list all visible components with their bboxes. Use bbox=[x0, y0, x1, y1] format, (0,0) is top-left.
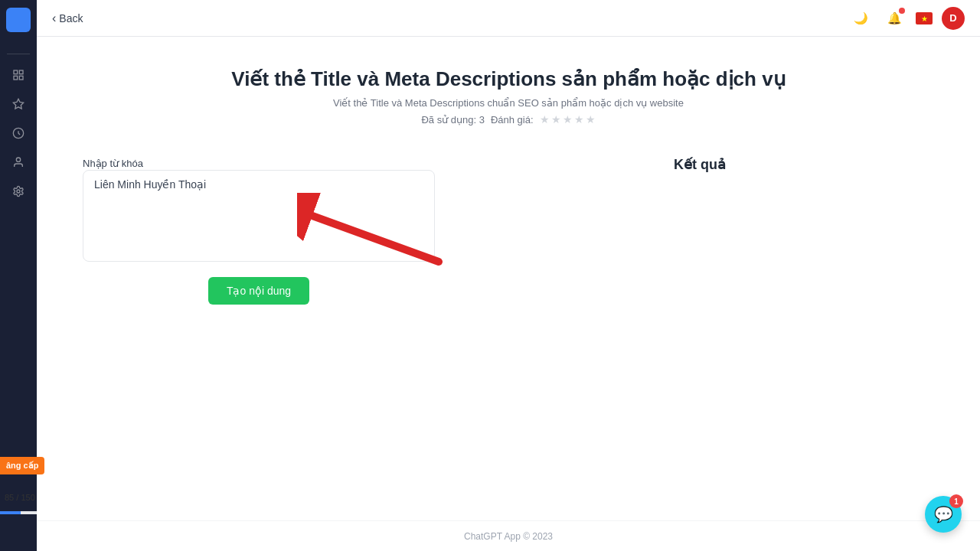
textarea-wrapper bbox=[83, 170, 435, 265]
sidebar-item-5[interactable] bbox=[6, 179, 31, 204]
chat-notification-badge: 1 bbox=[949, 494, 963, 508]
usage-text: Đã sử dụng: 3 bbox=[421, 114, 485, 126]
main-content: Viết thẻ Title và Meta Descriptions sản … bbox=[37, 0, 980, 551]
chat-icon bbox=[934, 505, 953, 523]
footer-text: ChatGPT App © 2023 bbox=[464, 531, 553, 542]
svg-point-5 bbox=[16, 158, 20, 161]
usage-counter: 85 / 150 bbox=[0, 490, 40, 505]
svg-rect-2 bbox=[14, 76, 18, 80]
notification-button[interactable] bbox=[882, 6, 906, 31]
star-1[interactable]: ★ bbox=[540, 113, 550, 126]
sidebar-item-4[interactable] bbox=[6, 150, 31, 174]
progress-bar-container bbox=[0, 511, 37, 514]
user-avatar[interactable]: D bbox=[942, 7, 965, 30]
form-result-area: Nhập từ khóa Tạo nội dung bbox=[83, 156, 934, 305]
form-area: Nhập từ khóa Tạo nội dung bbox=[83, 156, 435, 305]
page-meta: Đã sử dụng: 3 Đánh giá: ★ ★ ★ ★ ★ bbox=[83, 113, 934, 126]
footer: ChatGPT App © 2023 bbox=[37, 520, 980, 551]
top-nav: ‹ Back D bbox=[37, 0, 980, 37]
rating-label: Đánh giá: bbox=[491, 114, 534, 126]
star-5[interactable]: ★ bbox=[586, 113, 596, 126]
svg-rect-3 bbox=[19, 76, 23, 80]
star-2[interactable]: ★ bbox=[551, 113, 561, 126]
chat-bubble-button[interactable]: 1 bbox=[925, 496, 962, 533]
sidebar-item-1[interactable] bbox=[6, 63, 31, 87]
sidebar-item-3[interactable] bbox=[6, 121, 31, 145]
sidebar-item-2[interactable] bbox=[6, 92, 31, 116]
back-button[interactable]: ‹ Back bbox=[52, 11, 83, 25]
star-3[interactable]: ★ bbox=[563, 113, 573, 126]
back-arrow-icon: ‹ bbox=[52, 11, 56, 25]
keyword-label: Nhập từ khóa bbox=[83, 158, 143, 169]
upgrade-badge[interactable]: âng cấp bbox=[0, 457, 44, 474]
result-title: Kết quả bbox=[466, 156, 934, 173]
moon-icon bbox=[854, 11, 868, 25]
svg-rect-1 bbox=[19, 70, 23, 74]
result-area: Kết quả bbox=[466, 156, 934, 173]
sidebar-divider bbox=[7, 54, 30, 54]
page-header: Viết thẻ Title và Meta Descriptions sản … bbox=[83, 67, 934, 126]
star-rating[interactable]: ★ ★ ★ ★ ★ bbox=[540, 113, 596, 126]
page-body: Viết thẻ Title và Meta Descriptions sản … bbox=[37, 37, 980, 335]
sidebar-logo[interactable] bbox=[6, 8, 31, 32]
create-content-button[interactable]: Tạo nội dung bbox=[208, 277, 309, 305]
page-subtitle: Viết thẻ Title và Meta Descriptions chuẩ… bbox=[83, 97, 934, 109]
page-title: Viết thẻ Title và Meta Descriptions sản … bbox=[83, 67, 934, 91]
theme-toggle-button[interactable] bbox=[848, 6, 873, 31]
notification-dot bbox=[899, 8, 905, 14]
svg-rect-0 bbox=[14, 70, 18, 74]
language-flag[interactable] bbox=[916, 12, 933, 24]
top-nav-right: D bbox=[848, 6, 965, 31]
svg-point-6 bbox=[17, 190, 20, 193]
back-label: Back bbox=[59, 12, 83, 24]
keyword-input[interactable] bbox=[83, 170, 435, 262]
star-4[interactable]: ★ bbox=[574, 113, 584, 126]
progress-bar-fill bbox=[0, 511, 21, 514]
